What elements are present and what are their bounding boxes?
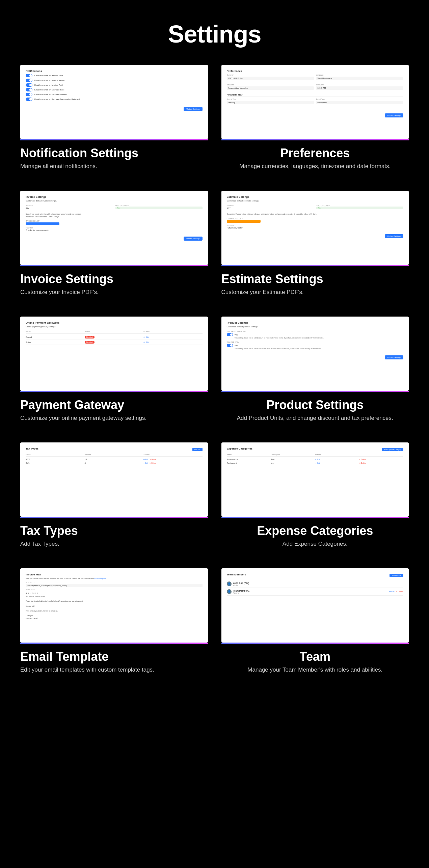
email-desc: Edit your email templates with custom te… — [20, 666, 208, 674]
product-desc: Add Product Units, and change discount a… — [221, 414, 409, 423]
ps-update-btn: Update Settings — [385, 355, 403, 359]
expense-preview: Expense Categories Add Expense Category … — [221, 442, 409, 517]
preferences-preview: Preferences Currency USD - US Dollar Lan… — [221, 65, 409, 139]
payment-desc: Customize your online payment gateway se… — [20, 414, 208, 423]
toggle-row-2: Email me when an Invoice Viewed — [26, 79, 203, 82]
pref-end: End of Year December — [316, 98, 403, 104]
toggle-label-4: Email me when an Estimate Sent — [34, 89, 64, 91]
expense-title: Expense Categories — [221, 524, 409, 538]
notif-title: Notification Settings — [20, 146, 208, 160]
notif-preview-title: Notifications — [26, 70, 203, 73]
tt-add-btn: Add Tax — [192, 448, 203, 451]
toggle-label-1: Email me when an Invoice Sent — [34, 75, 63, 77]
pref-update-btn: Update Settings — [385, 113, 403, 117]
card-payment-gateway[interactable]: Online Payment Gateways Online payment g… — [20, 317, 208, 422]
tm-add-btn: Add Member — [390, 574, 403, 577]
ps-preview-title: Product Settings — [227, 321, 404, 324]
em-preview-title: Invoice Mail — [26, 573, 203, 576]
toggle-1 — [26, 74, 32, 77]
expense-desc: Add Expense Categories. — [221, 540, 409, 548]
email-preview: Invoice Mail Here you can set which mail… — [20, 568, 208, 643]
payment-preview: Online Payment Gateways Online payment g… — [20, 317, 208, 391]
ps-toggle-tax — [227, 344, 233, 347]
pref-fiscal-title: Financial Year — [227, 93, 404, 97]
tax-preview: Tax Types Add Tax Name Percent Actions K… — [20, 442, 208, 517]
invoice-title: Invoice Settings — [20, 272, 208, 286]
toggle-row-3: Email me when an Invoice Paid — [26, 83, 203, 87]
toggle-2 — [26, 79, 32, 82]
toggle-row-5: Email me when an Estimate Viewed — [26, 93, 203, 96]
pref-title: Preferences — [221, 146, 409, 160]
notif-update-btn: Update Settings — [184, 107, 202, 111]
estimate-title: Estimate Settings — [221, 272, 409, 286]
card-expense-categories[interactable]: Expense Categories Add Expense Category … — [221, 442, 409, 548]
card-divider-inv — [20, 265, 208, 266]
toggle-label-5: Email me when an Estimate Viewed — [34, 93, 67, 96]
estimate-preview: Estimate Settings Customize default esti… — [221, 191, 409, 265]
estimate-color-bar — [227, 220, 261, 223]
toggle-row-1: Email me when an Invoice Sent — [26, 74, 203, 77]
card-preferences[interactable]: Preferences Currency USD - US Dollar Lan… — [221, 65, 409, 170]
pref-timezone: Timezone America/Los_Angeles — [227, 84, 314, 90]
product-preview: Product Settings Customize default produ… — [221, 317, 409, 391]
product-title: Product Settings — [221, 398, 409, 412]
tax-desc: Add Tax Types. — [20, 540, 208, 548]
ps-discount-section: DISCOUNT PER ITEM Yes This setting allow… — [227, 330, 404, 339]
ec-row-restaurant: Restaurant test ✏ Edit ✕ Delete — [227, 461, 404, 465]
ps-tax-section: TAX PER ITEM Yes This setting allows you… — [227, 341, 404, 350]
toggle-3 — [26, 83, 32, 87]
inv-preview-subtitle: Customize default invoice settings. — [26, 200, 203, 202]
toggle-5 — [26, 93, 32, 96]
card-estimate-settings[interactable]: Estimate Settings Customize default esti… — [221, 191, 409, 296]
payment-title: Payment Gateway — [20, 398, 208, 412]
toggle-label-6: Email me when an Estimate Approved or Re… — [34, 98, 80, 100]
pref-time: Time Zone 12:45 AM — [316, 84, 403, 90]
tm-row-john: 👤 John Doe (You) admin — [227, 580, 404, 588]
card-divider-tt — [20, 517, 208, 518]
invoice-desc: Customize your Invoice PDF's. — [20, 288, 208, 297]
est-update-btn: Update Settings — [385, 234, 403, 238]
ec-row-supermarket: Supermarket Test ✏ Edit ✕ Delete — [227, 458, 404, 461]
team-preview: Team Members Add Member 👤 John Doe (You)… — [221, 568, 409, 643]
pref-preview-title: Preferences — [227, 70, 404, 73]
inv-update-btn: Update Settings — [184, 237, 202, 241]
ec-preview-title: Expense Categories — [227, 447, 252, 450]
toggle-6 — [26, 98, 32, 101]
tt-row-kdv: KDV 18 ✏ Edit ✕ Delete — [26, 458, 203, 461]
card-notification-settings[interactable]: Notifications Email me when an Invoice S… — [20, 65, 208, 170]
toggle-row-4: Email me when an Estimate Sent — [26, 88, 203, 91]
notification-preview: Notifications Email me when an Invoice S… — [20, 65, 208, 139]
toggle-row-6: Email me when an Estimate Approved or Re… — [26, 98, 203, 101]
est-preview-title: Estimate Settings — [227, 195, 404, 198]
toggle-label-3: Email me when an Invoice Paid — [34, 84, 63, 86]
pref-language: Language World Language — [316, 74, 403, 80]
card-divider-em — [20, 643, 208, 644]
card-team[interactable]: Team Members Add Member 👤 John Doe (You)… — [221, 568, 409, 674]
toggle-label-2: Email me when an Invoice Viewed — [34, 79, 65, 81]
invoice-color-bar — [26, 222, 59, 225]
card-divider-ps — [221, 391, 409, 392]
card-divider-pg — [20, 391, 208, 392]
ec-add-btn: Add Expense Category — [382, 448, 403, 451]
estimate-desc: Customize your Estimate PDF's. — [221, 288, 409, 297]
card-tax-types[interactable]: Tax Types Add Tax Name Percent Actions K… — [20, 442, 208, 548]
card-divider-est — [221, 265, 409, 266]
pref-desc: Manage currencies, languages, timezone a… — [221, 162, 409, 171]
email-title: Email Template — [20, 650, 208, 663]
card-divider-tm — [221, 643, 409, 644]
card-invoice-settings[interactable]: Invoice Settings Customize default invoi… — [20, 191, 208, 296]
invoice-preview: Invoice Settings Customize default invoi… — [20, 191, 208, 265]
card-email-template[interactable]: Invoice Mail Here you can set which mail… — [20, 568, 208, 674]
team-desc: Manage your Team Member's with roles and… — [221, 666, 409, 674]
ps-toggle-discount — [227, 333, 233, 336]
card-divider-pref — [221, 139, 409, 140]
toggle-4 — [26, 88, 32, 91]
card-divider-ec — [221, 517, 409, 518]
tm-preview-title: Team Members — [227, 573, 246, 576]
tm-row-member1: 👤 Team Member 1 Admins ✏ Edit ✕ Delete — [227, 588, 404, 596]
card-product-settings[interactable]: Product Settings Customize default produ… — [221, 317, 409, 422]
pref-start: Start of Year January — [227, 98, 314, 104]
pg-table: Name Status Actions Paypal Disabled ✏ Ed… — [26, 330, 203, 345]
team-title: Team — [221, 650, 409, 663]
notif-desc: Manage all email notifications. — [20, 162, 208, 171]
